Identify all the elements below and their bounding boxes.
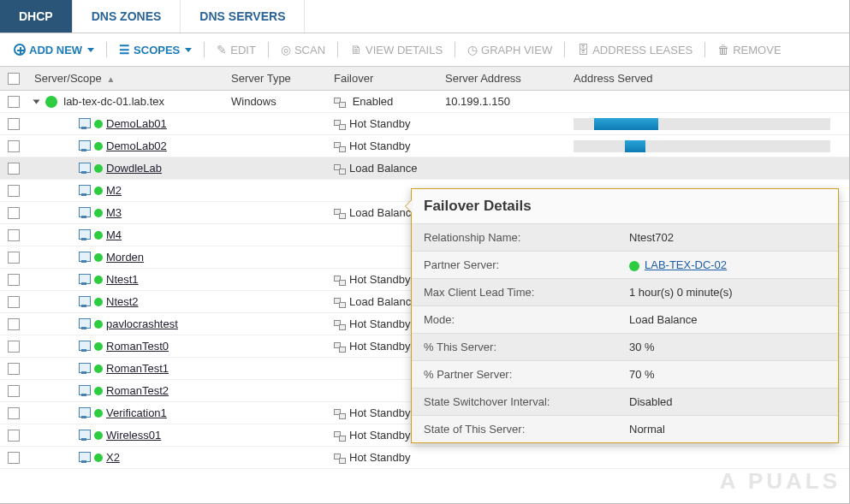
row-checkbox[interactable]	[8, 96, 20, 108]
scope-row[interactable]: DemoLab01Hot Standby	[0, 113, 849, 135]
popup-row: State Switchover Interval:Disabled	[412, 388, 838, 415]
tab-dns-servers[interactable]: DNS SERVERS	[181, 0, 305, 33]
trash-icon: 🗑	[717, 43, 729, 56]
scope-failover-cell: Hot Standby	[327, 115, 438, 133]
caret-down-icon	[185, 48, 192, 52]
row-checkbox[interactable]	[8, 252, 20, 264]
graph-view-button[interactable]: ◷ GRAPH VIEW	[462, 40, 557, 59]
failover-icon	[334, 120, 346, 130]
failover-details-popup: Failover Details Relationship Name:Ntest…	[411, 188, 839, 443]
scope-name-link[interactable]: M3	[106, 206, 122, 219]
status-dot-icon	[94, 187, 103, 195]
view-details-button[interactable]: 🗎 VIEW DETAILS	[345, 40, 448, 59]
row-checkbox[interactable]	[8, 274, 20, 286]
scope-icon	[79, 385, 92, 397]
popup-value: Ntest702	[617, 224, 838, 251]
tab-dhcp[interactable]: DHCP	[0, 0, 73, 33]
row-checkbox[interactable]	[8, 430, 20, 442]
pencil-icon: ✎	[217, 43, 227, 56]
row-checkbox[interactable]	[8, 452, 20, 464]
add-new-button[interactable]: ADD NEW	[9, 41, 99, 59]
separator	[455, 42, 455, 57]
failover-icon	[334, 431, 346, 442]
scope-name-link[interactable]: Morden	[106, 251, 144, 264]
scope-name-link[interactable]: M2	[106, 184, 122, 197]
scope-row[interactable]: DowdleLabLoad Balance	[0, 157, 849, 180]
scope-name-link[interactable]: pavlocrashtest	[106, 317, 178, 330]
partner-server-link[interactable]: LAB-TEX-DC-02	[645, 258, 727, 271]
scope-failover-text: Hot Standby	[349, 451, 411, 464]
status-dot-icon	[94, 231, 103, 240]
scope-name-link[interactable]: Ntest2	[106, 295, 139, 308]
scan-button[interactable]: ◎ SCAN	[276, 40, 330, 59]
col-address-served[interactable]: Address Served	[567, 67, 849, 90]
row-checkbox[interactable]	[8, 163, 20, 175]
failover-icon	[334, 454, 346, 464]
status-dot-icon	[94, 320, 103, 329]
graph-view-label: GRAPH VIEW	[481, 44, 552, 56]
popup-row: % Partner Server:70 %	[412, 360, 838, 388]
scope-name-link[interactable]: DemoLab02	[106, 139, 167, 152]
scope-name-link[interactable]: DemoLab01	[106, 117, 167, 130]
scope-row[interactable]: X2Hot Standby	[0, 447, 849, 469]
scope-name-link[interactable]: Ntest1	[106, 273, 139, 286]
popup-value: 30 %	[617, 334, 838, 360]
popup-key: % Partner Server:	[412, 361, 617, 388]
scope-name-link[interactable]: Verification1	[106, 406, 167, 419]
tab-bar: DHCPDNS ZONESDNS SERVERS	[0, 0, 849, 33]
row-checkbox[interactable]	[8, 296, 20, 308]
scope-name-link[interactable]: M4	[106, 228, 122, 241]
failover-icon	[334, 142, 346, 152]
scope-failover-cell: Load Balance	[327, 159, 438, 177]
separator	[704, 42, 705, 57]
popup-title: Failover Details	[412, 189, 838, 223]
expand-toggle-icon[interactable]	[33, 99, 40, 104]
tab-dns-zones[interactable]: DNS ZONES	[73, 0, 181, 33]
row-checkbox[interactable]	[8, 318, 20, 330]
remove-button[interactable]: 🗑 REMOVE	[712, 40, 786, 59]
row-checkbox[interactable]	[8, 185, 20, 197]
popup-key: Mode:	[412, 306, 617, 333]
scope-name-link[interactable]: DowdleLab	[106, 162, 162, 175]
scope-name-link[interactable]: RomanTest0	[106, 340, 169, 353]
row-checkbox[interactable]	[8, 407, 20, 419]
sort-asc-icon: ▲	[106, 74, 115, 84]
edit-button[interactable]: ✎ EDIT	[211, 40, 261, 59]
row-checkbox[interactable]	[8, 118, 20, 130]
scope-icon	[79, 185, 92, 197]
row-checkbox[interactable]	[8, 341, 20, 353]
status-dot-icon	[94, 365, 103, 373]
failover-icon	[334, 98, 346, 108]
col-failover[interactable]: Failover	[327, 67, 438, 90]
address-leases-button[interactable]: 🗄 ADDRESS LEASES	[572, 40, 698, 59]
col-server-address[interactable]: Server Address	[438, 67, 567, 90]
status-dot-icon	[629, 261, 639, 271]
scope-name-link[interactable]: RomanTest2	[106, 384, 169, 397]
select-all-checkbox[interactable]	[8, 73, 20, 85]
scopes-button[interactable]: ☰ SCOPES	[114, 40, 197, 59]
col-server-scope[interactable]: Server/Scope ▲	[27, 67, 224, 90]
server-row[interactable]: lab-tex-dc-01.lab.tex Windows Enabled 10…	[0, 91, 849, 113]
row-checkbox[interactable]	[8, 229, 20, 241]
scope-row[interactable]: DemoLab02Hot Standby	[0, 135, 849, 157]
status-dot-icon	[45, 96, 57, 108]
app-window: DHCPDNS ZONESDNS SERVERS ADD NEW ☰ SCOPE…	[0, 0, 850, 504]
status-dot-icon	[94, 253, 103, 262]
scope-failover-text: Hot Standby	[349, 117, 411, 130]
col-server-type[interactable]: Server Type	[224, 67, 327, 90]
scope-name-link[interactable]: X2	[106, 451, 120, 464]
row-checkbox[interactable]	[8, 207, 20, 219]
scope-name-link[interactable]: RomanTest1	[106, 362, 169, 375]
scope-icon	[79, 296, 92, 308]
row-checkbox[interactable]	[8, 363, 20, 375]
row-checkbox[interactable]	[8, 385, 20, 397]
scope-failover-text: Hot Standby	[349, 406, 411, 419]
popup-key: State Switchover Interval:	[412, 388, 617, 415]
row-checkbox[interactable]	[8, 140, 20, 152]
popup-value: LAB-TEX-DC-02	[617, 252, 838, 278]
scope-name-link[interactable]: Wireless01	[106, 429, 161, 442]
popup-row: Partner Server:LAB-TEX-DC-02	[412, 251, 838, 278]
popup-key: Max Client Lead Time:	[412, 279, 617, 305]
separator	[106, 42, 107, 57]
failover-icon	[334, 342, 346, 353]
